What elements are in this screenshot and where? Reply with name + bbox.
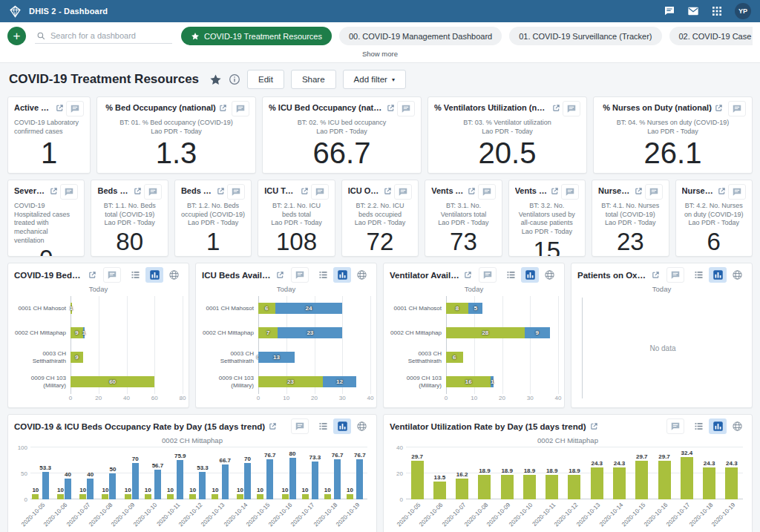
open-item-icon[interactable]	[551, 187, 559, 195]
open-item-icon[interactable]	[387, 104, 395, 112]
bar-group: 1053.3	[30, 447, 53, 499]
star-icon[interactable]	[209, 73, 222, 86]
interpretations-icon[interactable]	[666, 418, 684, 434]
open-item-icon[interactable]	[635, 187, 643, 195]
category-label: 0001 CH Mahosot	[14, 296, 71, 321]
table-view-icon[interactable]	[314, 267, 332, 283]
interpretations-icon[interactable]	[103, 267, 121, 283]
value-card-subtitle-line: BT: 01. % Bed occupancy (COVID-19)	[103, 119, 249, 128]
add-filter-button[interactable]: Add filter▾	[343, 70, 406, 89]
dashboard-chip[interactable]: 02. COVID-19 Case Mapping (Tracker)	[669, 27, 753, 45]
open-item-icon[interactable]	[217, 187, 225, 195]
table-view-icon[interactable]	[126, 267, 144, 283]
user-avatar[interactable]: YP	[735, 3, 751, 19]
open-item-icon[interactable]	[50, 187, 58, 195]
open-item-icon[interactable]	[219, 104, 227, 112]
chart-card-actions	[664, 418, 746, 434]
dhis2-logo-icon[interactable]	[9, 5, 22, 18]
interpretations-icon[interactable]	[291, 267, 309, 283]
chart-view-icon[interactable]	[709, 418, 727, 434]
chart-view-icon[interactable]	[333, 267, 351, 283]
interpretations-icon[interactable]	[728, 184, 746, 200]
value-card-subtitle: BT: 3.1. No. Ventilators totalLao PDR - …	[431, 202, 495, 228]
map-view-icon[interactable]	[728, 267, 746, 283]
category-label: 0002 CH Mittaphap	[390, 321, 446, 345]
interpretations-icon[interactable]	[563, 101, 580, 116]
bar-value-label: 10	[167, 487, 174, 493]
bar-segment-vents-available: 16	[446, 376, 491, 387]
open-item-icon[interactable]	[56, 104, 64, 112]
interpretations-icon[interactable]	[666, 267, 684, 283]
edit-button[interactable]: Edit	[247, 70, 284, 89]
apps-icon[interactable]	[711, 5, 723, 17]
bar-segment-vents-in-use: 5	[468, 303, 482, 314]
open-item-icon[interactable]	[718, 187, 726, 195]
open-item-icon[interactable]	[464, 271, 472, 279]
open-item-icon[interactable]	[468, 187, 476, 195]
open-item-icon[interactable]	[276, 271, 284, 279]
chart-subtitle: Today	[202, 285, 370, 293]
map-view-icon[interactable]	[353, 267, 370, 283]
dashboard-search[interactable]	[35, 29, 172, 44]
dashboard-chip[interactable]: 01. COVID-19 Surveillance (Tracker)	[509, 27, 661, 45]
chart-view-icon[interactable]	[521, 267, 539, 283]
bar-group: 18.9	[518, 447, 540, 499]
interpretations-icon[interactable]	[311, 184, 329, 200]
table-view-icon[interactable]	[314, 418, 332, 434]
interpretations-icon[interactable]	[479, 267, 497, 283]
share-button[interactable]: Share	[291, 70, 336, 89]
table-view-icon[interactable]	[689, 418, 707, 434]
bar-icu-occupancy-rate	[132, 463, 139, 499]
map-view-icon[interactable]	[540, 267, 558, 283]
bar-value-label: 1	[70, 305, 73, 312]
bar-groups: 1053.310401040105010701056.71075.91053.3…	[30, 447, 367, 499]
interpretations-icon[interactable]	[66, 101, 84, 116]
interpretations-icon[interactable]	[645, 184, 663, 200]
open-item-icon[interactable]	[88, 271, 96, 279]
search-input[interactable]	[50, 31, 171, 40]
bar-row: 2312	[258, 370, 370, 394]
open-item-icon[interactable]	[652, 271, 660, 279]
dashboard-chip[interactable]: COVID-19 Treatment Resources	[181, 27, 332, 45]
map-view-icon[interactable]	[165, 267, 183, 283]
value-card-number: 23	[598, 228, 662, 256]
bar-row: 624	[258, 296, 370, 321]
map-view-icon[interactable]	[353, 418, 370, 434]
interpretations-icon[interactable]	[728, 101, 746, 116]
open-item-icon[interactable]	[552, 104, 560, 112]
interpretations-icon[interactable]	[60, 184, 78, 200]
table-view-icon[interactable]	[689, 267, 707, 283]
open-item-icon[interactable]	[301, 187, 309, 195]
new-dashboard-button[interactable]: +	[7, 27, 26, 45]
interpretations-icon[interactable]	[664, 5, 675, 17]
mail-icon[interactable]	[687, 5, 699, 17]
bar-beds-occupancy-rate	[102, 494, 108, 499]
chart-view-icon[interactable]	[145, 267, 163, 283]
bar-value-label: 7	[266, 329, 269, 336]
interpretations-icon[interactable]	[227, 184, 245, 200]
open-item-icon[interactable]	[715, 104, 723, 112]
open-item-icon[interactable]	[590, 422, 598, 430]
chart-view-icon[interactable]	[709, 267, 727, 283]
interpretations-icon[interactable]	[394, 184, 412, 200]
interpretations-icon[interactable]	[144, 184, 162, 200]
bar-value-label: 80	[289, 450, 296, 457]
dashboard-chip[interactable]: 00. COVID-19 Management Dashboard	[339, 27, 502, 45]
interpretations-icon[interactable]	[232, 101, 249, 116]
value-card-subtitle-line: BT: 1.2. No. Beds occupied (COVID-19)	[181, 202, 245, 219]
interpretations-icon[interactable]	[291, 418, 309, 434]
table-view-icon[interactable]	[502, 267, 520, 283]
info-icon[interactable]	[229, 73, 240, 85]
open-item-icon[interactable]	[384, 187, 392, 195]
show-more-link[interactable]: Show more	[7, 45, 753, 62]
chart-view-icon[interactable]	[333, 418, 351, 434]
bar-icu-occupancy-rate	[65, 479, 71, 499]
interpretations-icon[interactable]	[561, 184, 579, 200]
interpretations-icon[interactable]	[397, 101, 415, 116]
map-view-icon[interactable]	[728, 418, 746, 434]
axis-tick-label: 10	[471, 395, 477, 401]
value-card-subtitle-line: BT: 3.2. No. Ventilators used by all-cau…	[515, 202, 579, 228]
interpretations-icon[interactable]	[478, 184, 496, 200]
open-item-icon[interactable]	[269, 422, 277, 430]
open-item-icon[interactable]	[134, 187, 142, 195]
